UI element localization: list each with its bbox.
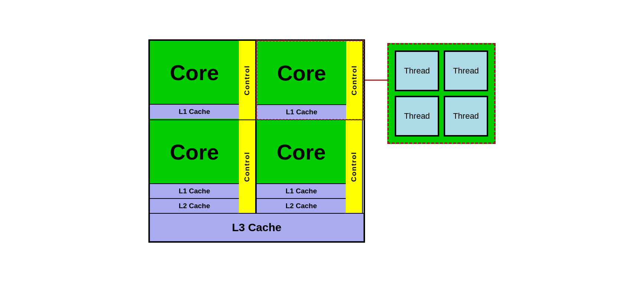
thread-box-1: Thread (395, 50, 439, 91)
thread-box-2: Thread (444, 50, 488, 91)
top-left-core-unit: Core L1 Cache Control (150, 41, 257, 119)
zoom-panel: Thread Thread Thread Thread (387, 43, 496, 144)
core-label: Core (150, 41, 239, 104)
connector-area (365, 43, 387, 117)
l1-cache-label-3: L1 Cache (150, 183, 239, 198)
control-bar-4: Control (346, 120, 363, 213)
connector-line (365, 75, 387, 86)
core-label-4: Core (257, 120, 346, 183)
diagram-container: Core L1 Cache Control Core L1 Cache Cont… (148, 39, 496, 243)
thread-box-3: Thread (395, 96, 439, 137)
thread-box-4: Thread (444, 96, 488, 137)
core-label-2: Core (257, 41, 346, 104)
bottom-cores-row: Core L1 Cache L2 Cache Control Core L1 C… (150, 120, 364, 214)
top-right-core-inner: Core L1 Cache (257, 41, 346, 119)
l2-cache-label-1: L2 Cache (150, 198, 239, 213)
l3-cache: L3 Cache (150, 214, 364, 241)
bot-left-core-unit: Core L1 Cache L2 Cache Control (150, 120, 257, 213)
bot-left-core-inner: Core L1 Cache L2 Cache (150, 120, 239, 213)
top-right-core-unit: Core L1 Cache Control (256, 40, 364, 120)
top-cores-row: Core L1 Cache Control Core L1 Cache Cont… (150, 41, 364, 120)
bot-right-core-inner: Core L1 Cache L2 Cache (257, 120, 346, 213)
cpu-block: Core L1 Cache Control Core L1 Cache Cont… (148, 39, 365, 243)
control-bar-3: Control (239, 120, 256, 213)
control-bar-2: Control (346, 41, 363, 119)
l2-cache-label-2: L2 Cache (257, 198, 346, 213)
l1-cache-label-2: L1 Cache (257, 104, 346, 119)
core-label-3: Core (150, 120, 239, 183)
top-left-core-inner: Core L1 Cache (150, 41, 239, 119)
bot-right-core-unit: Core L1 Cache L2 Cache Control (257, 120, 363, 213)
l1-cache-label: L1 Cache (150, 104, 239, 119)
control-bar: Control (239, 41, 256, 119)
l1-cache-label-4: L1 Cache (257, 183, 346, 198)
